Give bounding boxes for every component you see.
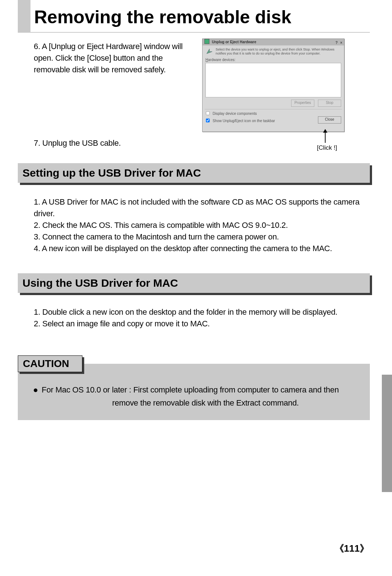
eject-icon (205, 48, 213, 56)
bullet-icon (34, 388, 37, 392)
list-item: 2. Check the MAC OS. This camera is comp… (34, 219, 368, 231)
list-item: 2. Select an image file and copy or move… (34, 318, 368, 330)
display-components-checkbox[interactable] (206, 111, 209, 115)
using-list: 1. Double click a new icon on the deskto… (34, 306, 368, 330)
dialog-window-buttons[interactable]: ? × (335, 40, 343, 46)
caution-line-1: For Mac OS 10.0 or later : First complet… (42, 385, 339, 394)
dialog-separator (205, 109, 342, 109)
step-6-text: 6. A [Unplug or Eject Hardware] window w… (34, 41, 197, 76)
properties-button[interactable]: Properties (291, 100, 314, 107)
document-page: Removing the removable disk 6. A [Unplug… (0, 0, 392, 576)
section-heading-setting: Setting up the USB Driver for MAC (18, 163, 370, 183)
dialog-sys-icon (204, 39, 209, 44)
display-components-checkbox-row: Display device components (205, 111, 341, 116)
caution-title: CAUTION (23, 358, 69, 370)
caution-line-2: remove the removable disk with the Extra… (112, 396, 368, 410)
title-rule (18, 32, 370, 33)
show-icon-label: Show Unplug/Eject icon on the taskbar (213, 119, 275, 123)
dialog-button-row-1: Properties Stop (205, 100, 341, 107)
list-item: 1. Double click a new icon on the deskto… (34, 306, 368, 318)
dialog-description-text: Select the device you want to unplug or … (216, 48, 341, 56)
arrow-to-close-icon (325, 132, 326, 143)
unplug-eject-hardware-dialog: Unplug or Eject Hardware ? × Select the … (202, 39, 344, 132)
stop-button[interactable]: Stop (318, 100, 341, 107)
hardware-devices-label: HHardware devices:ardware devices: (205, 58, 341, 62)
list-item: 1. A USB Driver for MAC is not included … (34, 196, 368, 219)
heading-bar: Using the USB Driver for MAC (18, 273, 370, 293)
display-components-label: Display device components (213, 112, 257, 116)
caution-title-box: CAUTION (18, 355, 82, 372)
show-icon-checkbox[interactable] (206, 118, 209, 122)
dialog-title-text: Unplug or Eject Hardware (212, 40, 256, 44)
caution-title-bar: CAUTION (18, 355, 82, 372)
list-item: 4. A new icon will be displayed on the d… (34, 243, 368, 254)
show-icon-checkbox-row: Show Unplug/Eject icon on the taskbar (205, 118, 315, 124)
section-heading-using: Using the USB Driver for MAC (18, 273, 370, 293)
step-7-text: 7. Unplug the USB cable. (34, 137, 197, 149)
click-callout: [Click !] (317, 144, 337, 152)
close-button[interactable]: Close (318, 116, 341, 124)
dialog-titlebar: Unplug or Eject Hardware ? × (203, 39, 344, 45)
setting-list: 1. A USB Driver for MAC is not included … (34, 196, 368, 254)
dialog-body: Select the device you want to unplug or … (203, 45, 344, 125)
section-using-title: Using the USB Driver for MAC (23, 277, 178, 289)
hardware-devices-listbox[interactable] (205, 63, 341, 97)
page-number: 《111》 (335, 542, 369, 555)
list-item: 3. Connect the camera to the Macintosh a… (34, 231, 368, 243)
caution-text: For Mac OS 10.0 or later : First complet… (34, 383, 368, 410)
page-title: Removing the removable disk (34, 7, 291, 28)
heading-bar: Setting up the USB Driver for MAC (18, 163, 370, 183)
right-gray-tab (382, 375, 392, 492)
dialog-description-row: Select the device you want to unplug or … (205, 48, 341, 56)
left-gray-tab (18, 0, 30, 33)
section-setting-title: Setting up the USB Driver for MAC (23, 167, 201, 179)
